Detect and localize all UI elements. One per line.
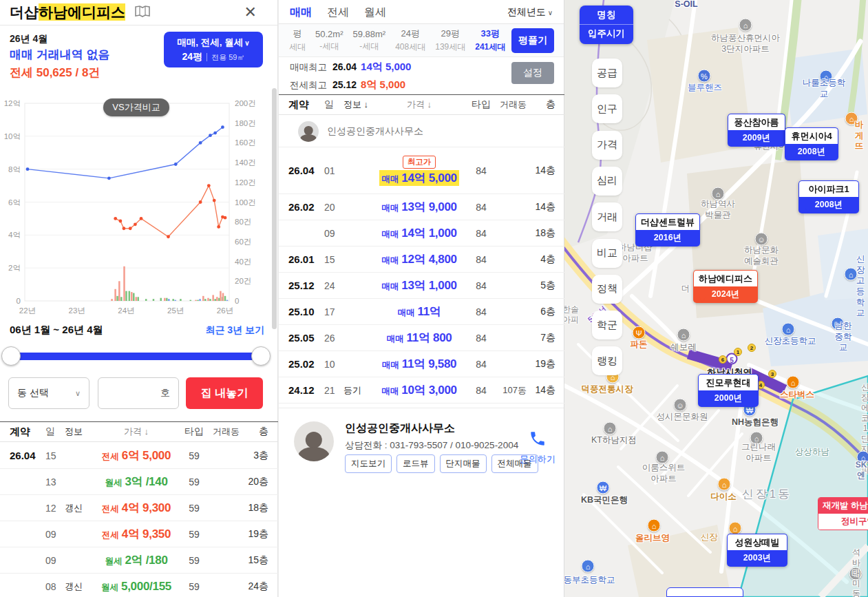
close-icon[interactable]: ✕ [240, 3, 261, 22]
cell-area-type: 59 [180, 503, 208, 514]
table-row[interactable]: 26.0401최고가매매14억 5,0008414층 [279, 147, 565, 194]
callout-complex-name: 휴먼시아4 [785, 127, 838, 144]
svg-text:6억: 6억 [8, 198, 21, 207]
map-layer-button-공급[interactable]: 공급 [592, 59, 622, 87]
agent-action-button[interactable]: 단지매물 [440, 454, 487, 473]
tab-매매[interactable]: 매매 [290, 6, 312, 20]
column-header: 타입 [467, 98, 495, 111]
compare-book-icon[interactable] [135, 6, 150, 21]
trade-type-selector[interactable]: 매매, 전세, 월세∨ 24평전용 59㎡ [164, 32, 263, 67]
price-type-label: 전세 [102, 504, 119, 514]
complex-callout[interactable]: 아이파크12008년 [798, 180, 859, 213]
map-layer-button-학군[interactable]: 학군 [592, 311, 622, 339]
complex-callout[interactable]: 더샵센트럴뷰2016년 [635, 213, 700, 247]
size-option-5[interactable]: 33평241세대 [470, 28, 510, 53]
slider-track[interactable] [8, 353, 262, 360]
agent-action-button[interactable]: 로드뷰 [396, 454, 435, 473]
slider-handle-end[interactable] [251, 346, 271, 366]
size-option-1[interactable]: 50.2m²-세대 [310, 29, 348, 52]
svg-text:160건: 160건 [235, 138, 256, 147]
size-option-0[interactable]: 평세대 [284, 28, 310, 53]
agent-action-button[interactable]: 지도보기 [345, 454, 392, 473]
size-top-label: 29평 [435, 28, 465, 40]
list-home-button[interactable]: 집 내놓기 [186, 377, 263, 409]
svg-text:20건: 20건 [235, 277, 251, 285]
table-row[interactable]: 25.0210매매11억 9,5808419층 [279, 351, 565, 377]
table-row[interactable]: 12갱신전세4억 9,3005918층 [0, 495, 278, 521]
left-panel-scrollbar[interactable] [272, 88, 277, 329]
cell-price: 매매10억 3,000 [371, 382, 467, 398]
column-header: 거래동 [495, 98, 527, 111]
price-type-label: 매매 [381, 282, 399, 291]
table-row[interactable]: 26.0115매매12억 4,800844층 [279, 247, 565, 273]
table-row[interactable]: 09월세2억 /1805915층 [0, 547, 278, 574]
date-range-slider[interactable] [0, 344, 272, 368]
complex-callout[interactable]: 풍산참아름2009년 [728, 114, 785, 147]
map-layer-button-비교[interactable]: 비교 [592, 239, 622, 268]
chevrolet-icon: ⌂ [677, 328, 690, 342]
complex-callout[interactable]: 성원상떼빌2003년 [727, 534, 787, 567]
table-row[interactable]: 25.1017매매11억846층 [279, 299, 565, 325]
dongbu-elementary-icon: ⌂ [582, 560, 595, 573]
callout-complex-name: 진모루현대 [698, 374, 759, 390]
agent-inline-row[interactable]: 인성공인중개사사무소 [279, 116, 565, 147]
price-type-label: 매매 [387, 334, 404, 344]
table-row[interactable]: 09전세4억 9,3505919층 [0, 521, 278, 547]
inquiry-button[interactable]: 문의하기 [520, 430, 555, 465]
table-row[interactable]: 25.0526매매11억 800847층 [279, 325, 565, 351]
size-option-2[interactable]: 59.88m²-세대 [348, 29, 390, 52]
svg-text:26년: 26년 [217, 306, 233, 315]
size-top-label: 59.88m² [352, 29, 385, 39]
table-row[interactable]: 26.0220매매13억 9,0008414층 [279, 194, 565, 220]
padon: 파돈 [631, 339, 648, 350]
price-history-chart[interactable]: 12억10억8억6억4억2억0200건180건160건140건120건100건8… [0, 96, 272, 324]
settings-button[interactable]: 설정 [511, 62, 554, 84]
tab-월세[interactable]: 월세 [364, 6, 386, 20]
table-row[interactable]: 26.0415전세6억 5,000593층 [0, 443, 278, 469]
ho-input[interactable]: 호 [98, 377, 179, 409]
complex-callout[interactable]: 휴먼시아42008년 [785, 127, 838, 160]
table-row[interactable]: 08갱신월세5,000/1555924층 [0, 574, 278, 597]
dong-select[interactable]: 동 선택∨ [8, 377, 89, 409]
map-panel[interactable]: S-OIL⌂하남풍산휴먼시아 3단지아파트%블루핸즈⌂나룰초등학교휴먼시아⌂바게… [564, 0, 868, 597]
jeonse-peak-date: 25.12 [332, 79, 357, 90]
oliveyoung: 올리브영 [635, 533, 670, 544]
size-option-3[interactable]: 24평408세대 [390, 28, 430, 53]
left-table-header: 계약일정보가격 ↓타입거래동층 [0, 421, 278, 442]
map-layer-button-정책[interactable]: 정책 [592, 275, 622, 304]
price-type-label: 월세 [105, 478, 122, 488]
price-line: 매매14억 5,000 [379, 170, 458, 186]
year-filter-dropdown[interactable]: 전체년도∨ [507, 6, 553, 19]
redevelopment-callout[interactable]: 재개발 하남시 정비구역 [818, 497, 868, 530]
table-row[interactable]: 09매매14억 1,0008418층 [279, 220, 565, 247]
agent-buttons: 지도보기로드뷰단지매물전체매물 [345, 454, 538, 473]
complex-callout[interactable]: 진모루현대2000년 [698, 374, 759, 407]
size-option-4[interactable]: 29평139세대 [430, 28, 470, 53]
map-layer-button-심리[interactable]: 심리 [592, 167, 622, 196]
kt-hanam: KT하남지점 [591, 435, 637, 446]
map-layer-button-인구[interactable]: 인구 [592, 94, 622, 123]
tab-전세[interactable]: 전세 [327, 6, 349, 20]
agent-phone: 상담전화 : 031-793-5507 / 010-9025-2004 [345, 439, 518, 452]
cell-area-type: 59 [180, 450, 208, 461]
vs-price-compare-button[interactable]: VS가격비교 [103, 98, 169, 116]
table-row[interactable]: 24.1221등기매매10억 3,00084107동14층 [279, 377, 565, 404]
cell-day: 26 [324, 333, 343, 344]
map-layer-button-랭킹[interactable]: 랭킹 [592, 346, 622, 375]
cell-price: 전세4억 9,350 [92, 526, 180, 542]
recent-3y-link[interactable]: 최근 3년 보기 [205, 324, 264, 337]
pyeong-expand-button[interactable]: 평풀기 [511, 28, 554, 53]
table-row[interactable]: 13월세3억 /1405920층 [0, 469, 278, 495]
bakery: 바게뜨 [855, 120, 864, 152]
map-layer-button-거래[interactable]: 거래 [592, 202, 622, 231]
cell-floor: 7층 [527, 332, 555, 344]
greennarae-apt: 그린나래 아파트 [741, 442, 776, 463]
area-label: 전용 59㎡ [207, 53, 244, 61]
cell-day: 24 [324, 280, 343, 291]
table-row[interactable]: 25.1224매매13억 1,000845층 [279, 273, 565, 299]
partial-callout[interactable] [666, 587, 743, 597]
slider-handle-start[interactable] [1, 346, 21, 366]
complex-callout[interactable]: 하남에디피스2024년 [693, 270, 758, 303]
map-layer-button-가격[interactable]: 가격 [592, 131, 622, 160]
svg-text:22년: 22년 [19, 306, 36, 315]
